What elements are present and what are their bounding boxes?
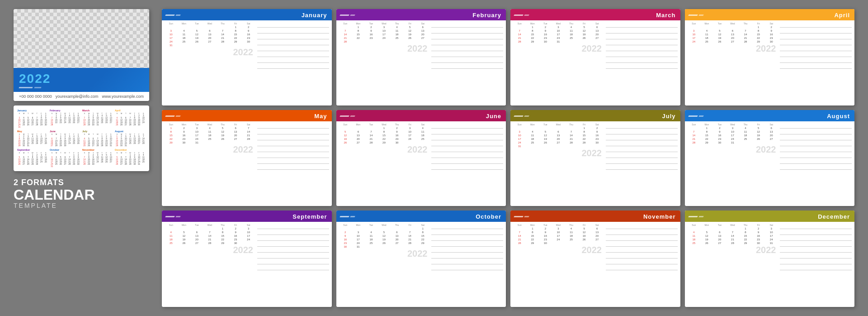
month-header-december: December bbox=[685, 211, 855, 222]
cal-cell: 1 bbox=[578, 126, 591, 130]
cal-cell: 17 bbox=[688, 36, 701, 40]
note-line bbox=[606, 136, 678, 140]
note-line bbox=[257, 248, 329, 253]
note-line bbox=[257, 153, 329, 158]
note-line bbox=[257, 230, 329, 235]
cal-section-january: SunMonTueWedThuFriSat1234567891011121314… bbox=[165, 22, 255, 104]
month-header-may: May bbox=[162, 110, 332, 121]
cal-cell: 8 bbox=[377, 130, 391, 134]
cal-cell: 2 bbox=[752, 227, 765, 230]
cal-cell: 8 bbox=[352, 29, 365, 33]
cal-cell: 18 bbox=[178, 36, 191, 40]
note-line bbox=[606, 248, 678, 253]
cal-cell: 1 bbox=[377, 126, 391, 130]
cal-cell: 30 bbox=[765, 40, 778, 43]
header-deco bbox=[340, 14, 355, 16]
cal-cell: 22 bbox=[229, 36, 242, 40]
cal-cell: 9 bbox=[713, 130, 726, 134]
day-label-mon: Mon bbox=[178, 22, 191, 25]
cal-grid-november: 1234567891011121314151617181920212223242… bbox=[513, 227, 604, 245]
year-watermark-november: 2022 bbox=[513, 245, 604, 255]
cal-cell bbox=[513, 126, 526, 130]
cal-cell: 20 bbox=[590, 234, 604, 238]
cal-cell: 24 bbox=[165, 40, 178, 43]
cal-cell bbox=[190, 227, 203, 230]
cal-grid-october: 1234567891011121314151617181920212223242… bbox=[339, 227, 429, 249]
day-label-mon: Mon bbox=[352, 224, 365, 226]
note-line bbox=[606, 225, 678, 229]
cal-cell: 25 bbox=[700, 40, 713, 43]
month-body-march: SunMonTueWedThuFriSat1234567891011121314… bbox=[510, 20, 680, 105]
cal-cell: 19 bbox=[339, 137, 352, 141]
cal-cell: 3 bbox=[726, 126, 739, 130]
cal-cell: 14 bbox=[565, 134, 578, 137]
cal-cell: 17 bbox=[552, 33, 565, 36]
header-deco bbox=[689, 14, 703, 16]
cal-cell: 15 bbox=[752, 33, 765, 36]
cal-cell: 16 bbox=[590, 134, 604, 137]
cal-cell: 6 bbox=[765, 126, 778, 130]
template-label: TEMPLATE bbox=[14, 202, 154, 209]
note-line bbox=[257, 159, 329, 164]
cal-cell: 9 bbox=[339, 234, 352, 238]
note-line bbox=[780, 53, 852, 57]
cal-cell: 16 bbox=[178, 134, 191, 137]
cal-cell: 4 bbox=[365, 230, 378, 234]
cal-cell: 24 bbox=[377, 36, 391, 40]
cal-cell: 23 bbox=[539, 36, 552, 40]
note-line bbox=[257, 130, 329, 134]
month-body-december: SunMonTueWedThuFriSat1234567891011121314… bbox=[685, 222, 855, 307]
cal-cell: 30 bbox=[229, 241, 242, 245]
day-labels: SunMonTueWedThuFriSat bbox=[513, 123, 604, 126]
note-line bbox=[780, 165, 852, 170]
cal-cell: 11 bbox=[700, 33, 713, 36]
cal-cell: 25 bbox=[565, 36, 578, 40]
note-line bbox=[780, 242, 852, 247]
cal-cell: 8 bbox=[700, 130, 713, 134]
cal-cell: 14 bbox=[513, 33, 526, 36]
day-label-wed: Wed bbox=[726, 22, 739, 25]
cal-cell: 17 bbox=[765, 234, 778, 238]
cal-cell: 24 bbox=[513, 141, 526, 144]
cal-grid-july: 1234567891011121314151617181920212223242… bbox=[513, 126, 604, 148]
note-line bbox=[431, 136, 503, 140]
note-line bbox=[780, 230, 852, 235]
month-name-april: April bbox=[834, 12, 850, 19]
cal-cell: 22 bbox=[416, 238, 429, 241]
day-label-wed: Wed bbox=[726, 123, 739, 126]
cal-cell: 12 bbox=[713, 33, 726, 36]
cal-cell: 8 bbox=[578, 130, 591, 134]
cal-cell: 20 bbox=[190, 238, 203, 241]
cal-cell: 30 bbox=[539, 40, 552, 43]
hd-bar bbox=[340, 216, 349, 217]
cal-cell: 11 bbox=[365, 234, 378, 238]
note-line bbox=[431, 159, 503, 164]
cal-cell bbox=[700, 227, 713, 230]
cal-cell: 2 bbox=[229, 227, 242, 230]
note-line bbox=[606, 148, 678, 152]
cal-cell: 14 bbox=[513, 234, 526, 238]
cal-cell: 15 bbox=[377, 134, 391, 137]
cal-cell: 6 bbox=[229, 126, 242, 130]
cal-cell: 22 bbox=[165, 137, 178, 141]
notes-section-january bbox=[257, 22, 329, 104]
cal-cell: 3 bbox=[242, 227, 255, 230]
day-labels: SunMonTueWedThuFriSat bbox=[688, 123, 778, 126]
cal-cell: 1 bbox=[352, 25, 365, 29]
cal-cell: 5 bbox=[339, 130, 352, 134]
cal-cell: 8 bbox=[416, 230, 429, 234]
cal-cell: 13 bbox=[203, 33, 217, 36]
note-line bbox=[431, 64, 503, 69]
month-body-april: SunMonTueWedThuFriSat1234567891011121314… bbox=[685, 20, 855, 105]
cal-cell: 6 bbox=[590, 227, 604, 230]
cal-cell bbox=[713, 25, 726, 29]
day-label-fri: Fri bbox=[578, 22, 591, 25]
cal-cell: 12 bbox=[377, 234, 391, 238]
cal-cell bbox=[178, 25, 191, 29]
year-watermark-february: 2022 bbox=[339, 43, 429, 54]
note-line bbox=[780, 148, 852, 152]
cal-grid-april: 1234567891011121314151617181920212223242… bbox=[688, 25, 778, 43]
cal-cell: 3 bbox=[403, 126, 416, 130]
year-watermark-august: 2022 bbox=[688, 144, 778, 155]
cal-cell: 10 bbox=[165, 33, 178, 36]
